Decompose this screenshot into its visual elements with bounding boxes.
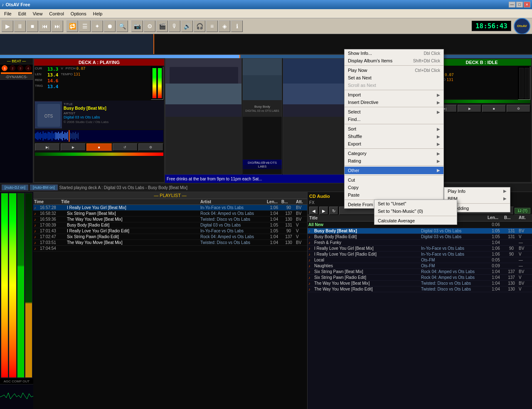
submenu-set-unset[interactable]: Set to "Unset" — [374, 200, 457, 207]
submenu-play-info[interactable]: Play Info ▶ — [444, 187, 510, 195]
ctx-sort[interactable]: Sort ▶ — [345, 125, 443, 133]
browser-row-2[interactable]: ♪ Fresh & Funky 1:04 — — [308, 240, 532, 246]
br-row-len-4: 1:06 — [488, 252, 504, 256]
pl-row-len-3: 1:05 — [267, 223, 281, 227]
pl-row-icon-2: ♪ — [34, 217, 40, 222]
record-button[interactable]: ⏺ — [104, 20, 116, 32]
browser-row-8[interactable]: ♪ Six String Pawn [Radio Edit] Rock 04: … — [308, 275, 532, 281]
video-button[interactable]: 🎬 — [156, 20, 168, 32]
browser-row-10[interactable]: ♪ The Way You Move [Radio Edit] Twisted:… — [308, 286, 532, 292]
ctx-category[interactable]: Category ▶ — [345, 150, 443, 157]
minimize-button[interactable]: — — [509, 2, 515, 7]
headphone-button[interactable]: 🎧 — [194, 20, 205, 32]
ctx-set-next[interactable]: Set as Next — [345, 74, 443, 81]
ctx-rating-label: Rating — [348, 158, 361, 163]
ctx-insert-directive[interactable]: Insert Directive ▶ — [345, 99, 443, 106]
svg-rect-456 — [63, 134, 64, 138]
deck-a-track-area: OTS TITLE Busy Body [Beat Mix] ARTIST Di… — [34, 101, 164, 129]
browser-row-5[interactable]: ♪ Local Ots-FM 0:05 — — [308, 257, 532, 263]
br-header-att: Att. — [519, 215, 531, 221]
menu-options[interactable]: Options — [67, 10, 90, 17]
pause-button[interactable]: ⏸ — [14, 20, 26, 32]
submenu-calc-avg[interactable]: Calculate Average — [374, 217, 457, 224]
nav-refresh-btn[interactable]: ↻ — [329, 207, 338, 215]
browser-row-1[interactable]: ♪ Busy Body [Radio Edit] Digital 03 vs O… — [308, 234, 532, 240]
br-row-bpm-1: 131 — [504, 234, 519, 239]
ctx-cut[interactable]: Cut — [345, 176, 443, 184]
svg-rect-445 — [49, 132, 50, 140]
menu-file[interactable]: File — [1, 10, 15, 17]
submenu-set-nonmusic[interactable]: Set to "Non-Music" (0) — [374, 207, 457, 215]
next-button[interactable]: ⏭ — [52, 20, 63, 32]
playlist-row-6[interactable]: ♪ 17:03:51 The Way You Move [Beat Mix] T… — [33, 240, 307, 246]
playlist-row-0[interactable]: ♪ 16:57:28 I Really Love You Girl [Beat … — [33, 205, 307, 211]
deck-b-config-btn[interactable]: ⚙ — [507, 105, 530, 112]
mic-button[interactable]: 🎙 — [169, 20, 180, 32]
playlist-row-2[interactable]: ♪ 16:59:36 The Way You Move [Beat Mix] T… — [33, 217, 307, 222]
ctx-export-arrow: ▶ — [437, 142, 440, 146]
search-button[interactable]: 🔍 — [116, 20, 128, 32]
menu-edit[interactable]: Edit — [15, 10, 30, 17]
nav-back-btn[interactable]: ◀ — [309, 207, 318, 215]
browser-row-4[interactable]: ♪ I Really Love You Girl [Radio Edit] In… — [308, 251, 532, 257]
ctx-export[interactable]: Export ▶ — [345, 140, 443, 148]
playlist-row-4[interactable]: ♪ 17:01:43 I Really Love You Girl [Radio… — [33, 228, 307, 234]
deck-b-play-btn[interactable]: ▶ — [458, 105, 481, 112]
menu-control[interactable]: Control — [46, 10, 67, 17]
nav-fwd-btn[interactable]: ▶ — [319, 207, 328, 215]
menu-view[interactable]: View — [30, 10, 46, 17]
loop-button[interactable]: 🔁 — [66, 20, 78, 32]
deck-a-play-btn[interactable]: ▶ — [61, 143, 86, 151]
stop-button[interactable]: ■ — [27, 20, 38, 32]
browser-row-6[interactable]: ♪ Naughties Ots-FM 0:09 — — [308, 263, 532, 269]
playlist-row-3[interactable]: ♪ 17:00:39 Busy Body [Radio Edit] Digita… — [33, 222, 307, 228]
ctx-paste[interactable]: Paste — [345, 191, 443, 199]
playlist-row-7[interactable]: ♪ 17:04:54 — [33, 246, 307, 251]
br-row-title-10: The Way You Move [Radio Edit] — [314, 287, 421, 291]
playlist-row-1[interactable]: ♪ 16:58:32 Six String Pawn [Beat Mix] Ro… — [33, 211, 307, 217]
viz-button[interactable]: ◈ — [219, 20, 230, 32]
maximize-button[interactable]: □ — [516, 2, 523, 7]
play-button[interactable]: ▶ — [2, 20, 13, 32]
svg-rect-434 — [35, 133, 36, 138]
ctx-copy[interactable]: Copy — [345, 184, 443, 191]
ctx-show-info[interactable]: Show Info... Dbl Click — [345, 49, 443, 57]
menu-help[interactable]: Help — [90, 10, 106, 17]
browser-row-9[interactable]: ♪ The Way You Move [Beat Mix] Twisted: D… — [308, 281, 532, 286]
svg-rect-475 — [243, 100, 282, 117]
ctx-import[interactable]: Import ▶ — [345, 91, 443, 99]
browser-row-3[interactable]: ♪ I Really Love You Girl [Beat Mix] In-Y… — [308, 246, 532, 251]
settings-button[interactable]: ⚙ — [144, 20, 155, 32]
ctx-play-now[interactable]: Play Now Ctrl+Dbl Click — [345, 67, 443, 74]
ctx-other[interactable]: Other ▶ — [345, 167, 443, 174]
screenshot-button[interactable]: 📷 — [131, 20, 143, 32]
fx-button[interactable]: ✦ — [91, 20, 103, 32]
ctx-rating[interactable]: Rating ▶ — [345, 157, 443, 165]
waveform-display[interactable]: // Will be drawn via JS below — [0, 34, 532, 55]
ctx-display-albums[interactable]: Display Album's Items Shift+Dbl Click — [345, 57, 443, 64]
svg-rect-447 — [52, 131, 52, 140]
ctx-find[interactable]: Find... — [345, 116, 443, 123]
eq-button[interactable]: ≡ — [206, 20, 218, 32]
info-button[interactable]: ℹ — [231, 20, 243, 32]
deck-b-stop-btn[interactable]: ■ — [482, 105, 506, 112]
progress-bar[interactable] — [0, 55, 532, 58]
ctx-select[interactable]: Select ▶ — [345, 108, 443, 116]
deck-a-config-btn[interactable]: ⚙ — [138, 143, 163, 151]
prev-button[interactable]: ⏮ — [39, 20, 51, 32]
close-button[interactable]: ✕ — [524, 2, 530, 7]
autodj-btn[interactable]: [Auto-DJ on] — [2, 185, 28, 190]
deck-a-cue-btn[interactable]: ▶| — [35, 143, 60, 151]
deck-a-loop-btn[interactable]: ↺ — [113, 143, 138, 151]
volume-button[interactable]: 🔊 — [181, 20, 193, 32]
autobm-btn[interactable]: [Auto-BM on] — [30, 185, 58, 190]
playlist-button[interactable]: ☰ — [79, 20, 91, 32]
playlist-row-5[interactable]: ♪ 17:02:47 Six String Pawn [Radio Edit] … — [33, 234, 307, 240]
deck-a-stop-btn[interactable]: ■ — [86, 143, 111, 151]
browser-row-0[interactable]: ♪ Busy Body [Beat Mix] Digital 03 vs Ots… — [308, 228, 532, 234]
pl-row-title-0: I Really Love You Girl [Beat Mix] — [67, 205, 200, 210]
browser-row-7[interactable]: ♪ Six String Pawn [Beat Mix] Rock 04: Am… — [308, 269, 532, 275]
pl-header-att: Att. — [296, 200, 306, 204]
br-row-title-8: Six String Pawn [Radio Edit] — [314, 275, 421, 280]
ctx-shuffle[interactable]: Shuffle ▶ — [345, 133, 443, 140]
